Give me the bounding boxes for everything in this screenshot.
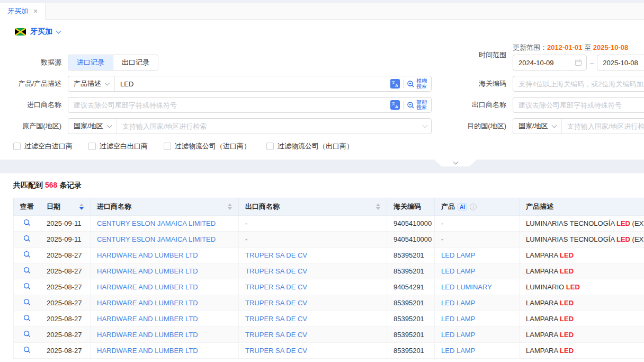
- magnifier-icon: [23, 314, 31, 322]
- tab-jamaica[interactable]: 牙买加 ×: [0, 3, 46, 20]
- row-product-link[interactable]: -: [441, 219, 443, 227]
- row-importer-link[interactable]: HARDWARE AND LUMBER LTD: [97, 267, 198, 275]
- import-records-tab[interactable]: 进口记录: [68, 55, 113, 70]
- translate-icon[interactable]: 文 A: [390, 79, 400, 89]
- product-search-input[interactable]: [115, 76, 386, 91]
- view-record-button[interactable]: [23, 298, 31, 306]
- row-importer-link[interactable]: HARDWARE AND LUMBER LTD: [97, 283, 198, 291]
- dest-country-label: 目的国(地区): [460, 121, 506, 131]
- results-table: 查看 日期 进口商名称 出口商名称: [13, 198, 644, 359]
- results-table-body: 2025-09-11 CENTURY ESLON JAMAICA LIMITED…: [14, 216, 644, 359]
- hs-code-label: 海关编码: [460, 79, 506, 89]
- end-date-field[interactable]: [597, 55, 644, 70]
- row-exporter-link[interactable]: TRUPER SA DE CV: [245, 283, 307, 291]
- row-importer-link[interactable]: HARDWARE AND LUMBER LTD: [97, 299, 198, 307]
- view-record-button[interactable]: [23, 267, 31, 274]
- col-hs-code: 海关编码: [387, 198, 435, 216]
- row-exporter-link[interactable]: TRUPER SA DE CV: [245, 299, 307, 307]
- magnifier-icon: [23, 298, 31, 306]
- magnifier-icon: [23, 282, 31, 290]
- row-exporter-link[interactable]: TRUPER SA DE CV: [245, 267, 307, 275]
- magnifier-icon: [23, 251, 31, 258]
- col-product-desc: 产品描述: [520, 198, 644, 216]
- data-source-label: 数据源: [0, 58, 68, 67]
- table-row: 2025-08-27 HARDWARE AND LUMBER LTD TRUPE…: [14, 263, 644, 279]
- origin-country-input[interactable]: [117, 119, 419, 134]
- row-importer-link[interactable]: HARDWARE AND LUMBER LTD: [97, 315, 198, 323]
- checkbox-icon: [266, 143, 274, 150]
- row-importer-link[interactable]: HARDWARE AND LUMBER LTD: [97, 347, 198, 355]
- view-record-button[interactable]: [23, 330, 31, 338]
- row-product-link[interactable]: LED LUMINARY: [441, 283, 492, 291]
- time-range-label: 时间范围: [460, 50, 506, 64]
- start-date-field[interactable]: [513, 55, 587, 70]
- exporter-name-input[interactable]: [513, 97, 644, 113]
- view-record-button[interactable]: [23, 282, 31, 290]
- row-exporter-link[interactable]: TRUPER SA DE CV: [245, 331, 307, 339]
- view-record-button[interactable]: [23, 314, 31, 322]
- col-importer: 进口商名称: [91, 198, 239, 216]
- exporter-sort-button[interactable]: [376, 204, 380, 210]
- select-chevron-icon: [106, 122, 112, 128]
- export-records-tab[interactable]: 出口记录: [113, 55, 158, 70]
- row-product-link[interactable]: -: [441, 235, 443, 243]
- tab-label: 牙买加: [7, 6, 28, 16]
- view-record-button[interactable]: [23, 251, 31, 258]
- country-name[interactable]: 牙买加: [30, 27, 52, 37]
- row-date: 2025-08-27: [47, 347, 82, 355]
- row-product-link[interactable]: LED LAMP: [441, 331, 475, 339]
- row-product-desc: LUMINARIAS TECNOLOGÍA LED (EXT...: [520, 216, 644, 232]
- importer-label: 进口商名称: [0, 100, 68, 110]
- date-sort-button[interactable]: [79, 204, 84, 210]
- checkbox-filter-blank-importer[interactable]: 过滤空白进口商: [13, 142, 73, 151]
- tab-close-icon[interactable]: ×: [33, 7, 38, 15]
- filter-checkbox-row: 过滤空白进口商 过滤空白出口商 过滤物流公司（进口商） 过滤物流公司（出口商）: [0, 142, 644, 151]
- row-exporter-link[interactable]: TRUPER SA DE CV: [245, 315, 307, 323]
- col-product: 产品 AI i: [435, 198, 520, 216]
- divider: [403, 101, 404, 109]
- sort-asc-icon: [79, 204, 84, 206]
- row-exporter-link[interactable]: TRUPER SA DE CV: [245, 251, 307, 259]
- product-type-select[interactable]: 产品描述: [68, 76, 115, 91]
- importer-search-group: 文 A 智能搜索: [68, 97, 432, 113]
- row-product-link[interactable]: LED LAMP: [441, 347, 475, 355]
- start-date-input[interactable]: [513, 55, 570, 70]
- dest-country-type-select[interactable]: 国家/地区: [513, 119, 562, 134]
- origin-country-type-select[interactable]: 国家/地区: [68, 119, 117, 134]
- row-exporter-link[interactable]: TRUPER SA DE CV: [245, 347, 307, 355]
- row-exporter-link[interactable]: -: [245, 235, 247, 243]
- importer-sort-button[interactable]: [228, 204, 232, 210]
- collapse-filter-handle[interactable]: [434, 160, 477, 166]
- row-exporter-link[interactable]: -: [245, 219, 247, 227]
- row-product-desc: LUMINARIO LED: [520, 279, 644, 295]
- row-product-link[interactable]: LED LAMP: [441, 315, 475, 323]
- row-hs-code: 85395201: [393, 299, 424, 307]
- country-dropdown-chevron-icon[interactable]: [56, 28, 61, 33]
- info-icon[interactable]: i: [470, 204, 477, 210]
- row-importer-link[interactable]: HARDWARE AND LUMBER LTD: [97, 251, 198, 259]
- row-importer-link[interactable]: HARDWARE AND LUMBER LTD: [97, 331, 198, 339]
- row-importer-link[interactable]: CENTURY ESLON JAMAICA LIMITED: [97, 219, 216, 227]
- view-record-button[interactable]: [23, 219, 31, 226]
- checkbox-filter-logistics-exporter[interactable]: 过滤物流公司（出口商）: [266, 142, 353, 151]
- translate-icon[interactable]: 文 A: [390, 100, 400, 110]
- checkbox-filter-logistics-importer[interactable]: 过滤物流公司（进口商）: [164, 142, 251, 151]
- view-record-button[interactable]: [23, 346, 31, 354]
- calendar-icon[interactable]: [570, 59, 586, 66]
- importer-name-input[interactable]: [68, 98, 386, 112]
- view-record-button[interactable]: [23, 235, 31, 242]
- row-product-link[interactable]: LED LAMP: [441, 267, 475, 275]
- fuzzy-search-button[interactable]: 模糊搜索: [407, 78, 427, 89]
- row-product-link[interactable]: LED LAMP: [441, 251, 475, 259]
- end-date-input[interactable]: [597, 55, 644, 70]
- magnifier-icon: [23, 346, 31, 354]
- dest-country-input[interactable]: [562, 119, 644, 134]
- row-product-link[interactable]: LED LAMP: [441, 299, 475, 307]
- checkbox-filter-blank-exporter[interactable]: 过滤空白出口商: [88, 142, 148, 151]
- smart-search-button[interactable]: 智能搜索: [407, 100, 427, 110]
- hs-code-input[interactable]: [513, 76, 644, 92]
- dropdown-chevron-icon[interactable]: [423, 122, 428, 128]
- row-product-desc: LAMPARA LED: [520, 263, 644, 279]
- row-importer-link[interactable]: CENTURY ESLON JAMAICA LIMITED: [97, 235, 216, 243]
- date-range-dash: –: [590, 59, 594, 67]
